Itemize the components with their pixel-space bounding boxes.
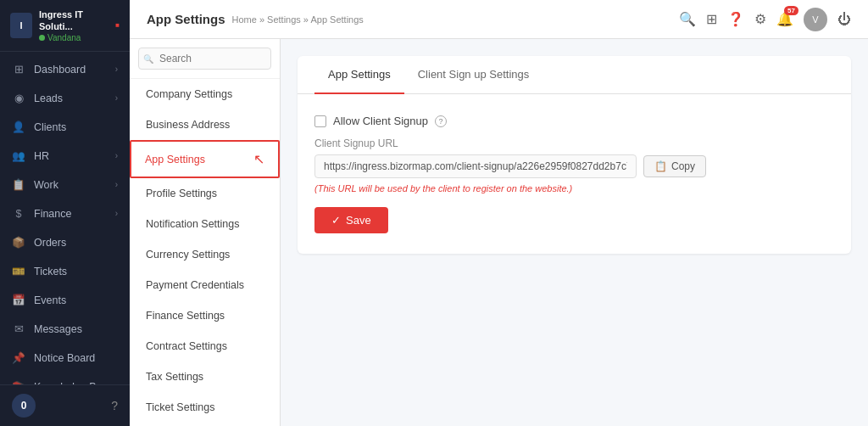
tab-app-settings[interactable]: App Settings	[314, 56, 404, 94]
sidebar-label-messages: Messages	[34, 323, 82, 335]
sidebar-item-hr[interactable]: 👥 HR ›	[0, 142, 130, 171]
avatar[interactable]: V	[804, 8, 827, 31]
menu-item-app-settings[interactable]: App Settings ↖	[130, 140, 280, 178]
events-icon: 📅	[12, 294, 25, 307]
nav-menu: ⊞ Dashboard › ◉ Leads › 👤 Clients 👥 HR ›	[0, 52, 130, 384]
sidebar-item-finance[interactable]: $ Finance ›	[0, 199, 130, 228]
notice-board-icon: 📌	[12, 351, 25, 365]
sidebar-label-tickets: Tickets	[34, 266, 67, 277]
help-icon[interactable]: ?	[111, 399, 118, 412]
sidebar-label-dashboard: Dashboard	[34, 64, 86, 76]
leads-icon: ◉	[12, 92, 25, 105]
allow-signup-checkbox[interactable]	[314, 115, 326, 127]
menu-item-company-settings[interactable]: Company Settings	[130, 79, 280, 109]
url-row: 📋 Copy	[314, 154, 834, 178]
main-content: App Settings Home » Settings » App Setti…	[130, 0, 868, 426]
menu-item-finance-settings[interactable]: Finance Settings	[130, 300, 280, 331]
power-icon[interactable]: ⏻	[837, 12, 851, 27]
sidebar-item-dashboard[interactable]: ⊞ Dashboard ›	[0, 55, 130, 84]
search-icon[interactable]: 🔍	[679, 11, 696, 27]
sidebar-item-messages[interactable]: ✉ Messages	[0, 315, 130, 344]
help-circle-icon[interactable]: ❓	[727, 11, 744, 27]
online-dot	[39, 35, 45, 41]
tab-client-signup-settings[interactable]: Client Sign up Settings	[404, 56, 543, 94]
sidebar-item-orders[interactable]: 📦 Orders	[0, 228, 130, 257]
sidebar-item-notice-board[interactable]: 📌 Notice Board	[0, 344, 130, 373]
logo-text-group: Ingress IT Soluti... Vandana	[39, 8, 108, 42]
menu-item-payment-credentials[interactable]: Payment Credentials	[130, 270, 280, 300]
sidebar: I Ingress IT Soluti... Vandana ■ ⊞ Dashb…	[0, 0, 130, 426]
logo-icon: I	[10, 13, 32, 38]
menu-item-business-address[interactable]: Business Address	[130, 109, 280, 140]
menu-item-app-settings-label: App Settings	[145, 154, 205, 165]
menu-item-ticket-settings[interactable]: Ticket Settings	[130, 392, 280, 423]
sidebar-label-leads: Leads	[34, 92, 63, 104]
chevron-icon: ›	[115, 209, 118, 218]
chevron-icon: ›	[115, 64, 118, 74]
sidebar-item-leads[interactable]: ◉ Leads ›	[0, 84, 130, 113]
url-section: Client Signup URL 📋 Copy (This URL will …	[314, 137, 834, 193]
sidebar-item-knowledge-base[interactable]: 📚 Knowledge Base	[0, 373, 130, 384]
menu-item-notification-settings[interactable]: Notification Settings	[130, 209, 280, 239]
sidebar-label-finance: Finance	[34, 208, 71, 220]
save-button[interactable]: ✓ Save	[314, 207, 388, 233]
allow-signup-row: Allow Client Signup ?	[314, 115, 834, 127]
copy-icon: 📋	[654, 160, 667, 172]
app-name: Ingress IT Soluti...	[39, 8, 108, 33]
sidebar-item-work[interactable]: 📋 Work ›	[0, 171, 130, 199]
topbar: App Settings Home » Settings » App Setti…	[130, 0, 868, 39]
messages-icon: ✉	[12, 322, 25, 336]
sidebar-label-events: Events	[34, 294, 66, 306]
user-status: Vandana	[39, 33, 108, 42]
check-icon: ✓	[331, 214, 341, 227]
page-title: App Settings	[147, 12, 225, 26]
notification-badge: 57	[784, 6, 798, 15]
sidebar-label-hr: HR	[34, 150, 49, 162]
knowledge-base-icon: 📚	[12, 380, 25, 384]
sidebar-label-orders: Orders	[34, 237, 66, 249]
right-panel: App Settings Client Sign up Settings All…	[281, 39, 868, 426]
finance-icon: $	[12, 207, 25, 221]
url-hint: (This URL will be used by the client to …	[314, 183, 834, 193]
settings-icon[interactable]: ⚙	[754, 11, 766, 27]
signup-url-input[interactable]	[314, 154, 637, 178]
allow-signup-label: Allow Client Signup	[333, 115, 428, 127]
sidebar-footer: 0 ?	[0, 384, 130, 426]
sidebar-label-work: Work	[34, 179, 58, 191]
dashboard-icon: ⊞	[12, 63, 25, 76]
copy-button[interactable]: 📋 Copy	[643, 155, 706, 177]
chevron-icon: ›	[115, 93, 118, 103]
breadcrumb: Home » Settings » App Settings	[232, 14, 364, 25]
save-label: Save	[346, 214, 371, 227]
url-label: Client Signup URL	[314, 137, 834, 149]
settings-card: App Settings Client Sign up Settings All…	[298, 56, 851, 254]
sidebar-item-events[interactable]: 📅 Events	[0, 286, 130, 315]
cursor-indicator: ↖	[253, 151, 264, 167]
content-area: Company Settings Business Address App Se…	[130, 39, 868, 426]
sidebar-label-notice-board: Notice Board	[34, 352, 95, 364]
chevron-icon: ›	[115, 151, 118, 160]
tickets-icon: 🎫	[12, 265, 25, 278]
allow-signup-help-icon[interactable]: ?	[435, 115, 447, 127]
sidebar-item-tickets[interactable]: 🎫 Tickets	[0, 257, 130, 286]
orders-icon: 📦	[12, 236, 25, 249]
sidebar-item-clients[interactable]: 👤 Clients	[0, 113, 130, 142]
tabs: App Settings Client Sign up Settings	[298, 56, 851, 94]
chevron-icon: ›	[115, 180, 118, 189]
menu-item-currency-settings[interactable]: Currency Settings	[130, 239, 280, 270]
copy-label: Copy	[671, 160, 695, 172]
hr-icon: 👥	[12, 149, 25, 163]
grid-icon[interactable]: ⊞	[706, 11, 717, 27]
notifications-icon[interactable]: 🔔 57	[776, 11, 793, 27]
logo-area: I Ingress IT Soluti... Vandana ■	[0, 0, 130, 52]
menu-item-project-settings[interactable]: Project Settings	[130, 423, 280, 426]
search-input[interactable]	[138, 48, 271, 70]
user-name: Vandana	[47, 33, 81, 42]
work-icon: 📋	[12, 178, 25, 192]
sidebar-label-clients: Clients	[34, 121, 66, 133]
menu-item-tax-settings[interactable]: Tax Settings	[130, 362, 280, 392]
menu-item-profile-settings[interactable]: Profile Settings	[130, 178, 280, 209]
clients-icon: 👤	[12, 121, 25, 134]
menu-item-contract-settings[interactable]: Contract Settings	[130, 331, 280, 362]
settings-sidebar: Company Settings Business Address App Se…	[130, 39, 281, 426]
